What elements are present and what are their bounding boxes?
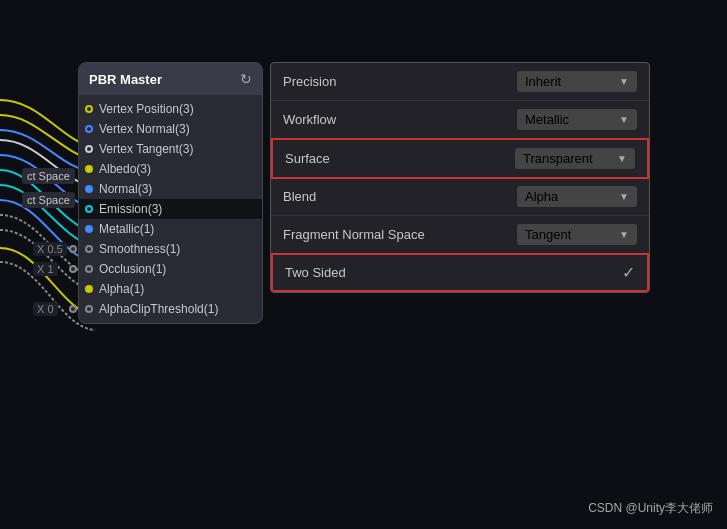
dropdown-blend[interactable]: Alpha ▼: [517, 186, 637, 207]
connector-dot: [85, 305, 93, 313]
settings-row-surface: Surface Transparent ▼: [271, 138, 649, 179]
dropdown-precision-value: Inherit: [525, 74, 561, 89]
list-item: Emission(3): [79, 199, 262, 219]
list-item: Metallic(1): [79, 219, 262, 239]
list-item: X 1 Occlusion(1): [79, 259, 262, 279]
list-item: Vertex Position(3): [79, 99, 262, 119]
list-item: X 0 AlphaClipThreshold(1): [79, 299, 262, 319]
list-item: X 0.5 Smoothness(1): [79, 239, 262, 259]
node-body: Vertex Position(3) Vertex Normal(3) Vert…: [79, 95, 262, 323]
dropdown-arrow: ▼: [619, 229, 629, 240]
dropdown-arrow: ▼: [619, 191, 629, 202]
settings-row-two-sided: Two Sided ✓: [271, 253, 649, 292]
settings-row-precision: Precision Inherit ▼: [271, 63, 649, 101]
row-label: Vertex Normal(3): [99, 122, 190, 136]
pbr-master-node: PBR Master ↻ Vertex Position(3) Vertex N…: [78, 62, 263, 324]
dropdown-arrow: ▼: [617, 153, 627, 164]
row-label: Occlusion(1): [99, 262, 166, 276]
watermark: CSDN @Unity李大佬师: [588, 500, 713, 517]
row-label: Normal(3): [99, 182, 152, 196]
connector-dot: [85, 205, 93, 213]
space-label-1: ct Space: [22, 168, 75, 184]
list-item: Vertex Tangent(3): [79, 139, 262, 159]
connector-dot: [85, 105, 93, 113]
connector-dot: [85, 225, 93, 233]
list-item: Normal(3): [79, 179, 262, 199]
row-label: Metallic(1): [99, 222, 154, 236]
left-connector: [69, 265, 77, 273]
dropdown-workflow[interactable]: Metallic ▼: [517, 109, 637, 130]
connector-dot: [85, 145, 93, 153]
x-label-alpha-clip: X 0: [33, 302, 58, 316]
row-label: Emission(3): [99, 202, 162, 216]
connector-dot: [85, 245, 93, 253]
connector-dot: [85, 165, 93, 173]
settings-row-fragment-normal: Fragment Normal Space Tangent ▼: [271, 216, 649, 254]
dropdown-precision[interactable]: Inherit ▼: [517, 71, 637, 92]
label-surface: Surface: [285, 151, 515, 166]
row-label: Vertex Tangent(3): [99, 142, 194, 156]
connector-dot: [85, 285, 93, 293]
dropdown-arrow: ▼: [619, 114, 629, 125]
connector-dot: [85, 185, 93, 193]
label-fragment-normal: Fragment Normal Space: [283, 227, 517, 242]
row-label: Vertex Position(3): [99, 102, 194, 116]
label-precision: Precision: [283, 74, 517, 89]
space-label-2: ct Space: [22, 192, 75, 208]
dropdown-workflow-value: Metallic: [525, 112, 569, 127]
dropdown-blend-value: Alpha: [525, 189, 558, 204]
dropdown-surface-value: Transparent: [523, 151, 593, 166]
x-label-occlusion: X 1: [33, 262, 58, 276]
connector-dot: [85, 265, 93, 273]
dropdown-arrow: ▼: [619, 76, 629, 87]
dropdown-fragment-normal[interactable]: Tangent ▼: [517, 224, 637, 245]
connector-dot: [85, 125, 93, 133]
list-item: Albedo(3): [79, 159, 262, 179]
node-title: PBR Master: [89, 72, 162, 87]
label-workflow: Workflow: [283, 112, 517, 127]
node-header: PBR Master ↻: [79, 63, 262, 95]
row-label: Alpha(1): [99, 282, 144, 296]
settings-panel: Precision Inherit ▼ Workflow Metallic ▼ …: [270, 62, 650, 293]
label-two-sided: Two Sided: [285, 265, 622, 280]
left-connector: [69, 245, 77, 253]
row-label: AlphaClipThreshold(1): [99, 302, 218, 316]
label-blend: Blend: [283, 189, 517, 204]
list-item: Alpha(1): [79, 279, 262, 299]
row-label: Smoothness(1): [99, 242, 180, 256]
refresh-icon[interactable]: ↻: [240, 71, 252, 87]
left-connector: [69, 305, 77, 313]
settings-row-blend: Blend Alpha ▼: [271, 178, 649, 216]
two-sided-checkmark[interactable]: ✓: [622, 263, 635, 282]
dropdown-surface[interactable]: Transparent ▼: [515, 148, 635, 169]
x-label-smoothness: X 0.5: [33, 242, 67, 256]
dropdown-fragment-value: Tangent: [525, 227, 571, 242]
settings-row-workflow: Workflow Metallic ▼: [271, 101, 649, 139]
row-label: Albedo(3): [99, 162, 151, 176]
list-item: Vertex Normal(3): [79, 119, 262, 139]
